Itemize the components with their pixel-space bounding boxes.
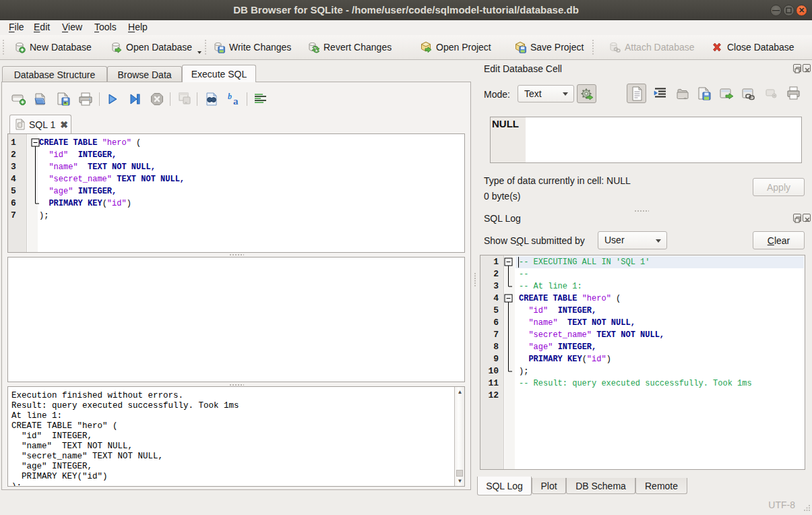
svg-text:b: b: [228, 92, 232, 101]
svg-text:a: a: [233, 96, 239, 106]
